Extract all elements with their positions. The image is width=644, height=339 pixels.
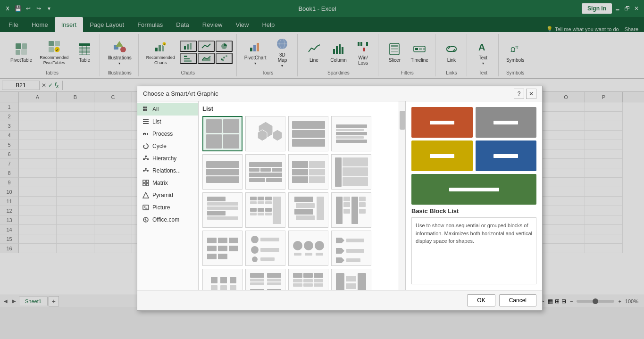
chart-item-basic-block[interactable] — [202, 116, 243, 151]
svg-rect-163 — [250, 289, 264, 290]
chart-item-stacked-titles[interactable] — [245, 269, 285, 290]
sidebar-item-pyramid[interactable]: Pyramid — [137, 189, 198, 201]
preview-swatch-yellow[interactable] — [411, 141, 473, 171]
preview-bar-blue — [493, 154, 518, 158]
svg-rect-175 — [303, 290, 313, 290]
sidebar-item-office[interactable]: Office.com — [137, 214, 198, 226]
chart-item-trapezoid-list[interactable] — [288, 192, 328, 228]
svg-rect-151 — [211, 285, 217, 290]
sidebar-item-all[interactable]: All — [137, 103, 198, 116]
chart-item-arrow-list[interactable] — [331, 231, 371, 266]
chart-grid-row1 — [202, 116, 401, 151]
chart-item-lines-list[interactable] — [331, 116, 371, 151]
svg-rect-174 — [293, 290, 302, 290]
sidebar-item-matrix[interactable]: Matrix — [137, 177, 198, 189]
svg-rect-118 — [343, 209, 350, 214]
svg-rect-63 — [143, 109, 145, 111]
preview-swatch-orange[interactable] — [411, 107, 473, 138]
vertical-box-thumbnail — [335, 157, 368, 187]
svg-rect-157 — [250, 273, 264, 278]
svg-rect-176 — [314, 290, 323, 290]
svg-rect-65 — [143, 119, 149, 120]
row-list-1-thumbnail — [292, 119, 325, 149]
multi-col-thumbnail — [249, 196, 282, 225]
preview-swatch-gray[interactable] — [476, 107, 537, 138]
arrow-list-thumbnail — [335, 234, 368, 263]
svg-rect-171 — [293, 283, 302, 287]
svg-rect-164 — [267, 289, 281, 290]
sidebar-item-hierarchy[interactable]: Hierarchy — [137, 152, 198, 165]
svg-rect-120 — [359, 197, 366, 201]
svg-rect-127 — [218, 246, 227, 251]
svg-marker-147 — [336, 257, 344, 263]
chart-item-multi-col[interactable] — [245, 192, 285, 228]
svg-point-81 — [145, 168, 147, 170]
sidebar-process-label: Process — [152, 131, 173, 137]
ok-button[interactable]: OK — [467, 294, 495, 306]
svg-rect-129 — [229, 238, 238, 243]
svg-rect-126 — [218, 238, 227, 243]
chart-item-horizontal-circles[interactable] — [288, 231, 328, 266]
segmented-thumbnail — [249, 157, 282, 187]
hex-thumbnail — [249, 119, 282, 149]
chart-item-double-col[interactable] — [331, 192, 371, 228]
svg-rect-98 — [258, 197, 264, 200]
svg-point-80 — [147, 170, 149, 172]
preview-swatch-blue[interactable] — [476, 141, 537, 171]
sidebar-item-picture[interactable]: Picture — [137, 201, 198, 214]
sidebar-hierarchy-label: Hierarchy — [152, 155, 176, 162]
chart-grid-row5: + + — [202, 269, 401, 290]
dialog-help-button[interactable]: ? — [514, 89, 524, 99]
svg-rect-99 — [265, 197, 272, 200]
chart-item-horizontal-labeled[interactable] — [288, 154, 328, 190]
basic-block-thumbnail — [206, 119, 239, 149]
svg-rect-169 — [303, 279, 313, 282]
chart-item-row-list-1[interactable] — [288, 116, 328, 151]
svg-rect-70 — [147, 133, 148, 135]
svg-marker-88 — [143, 192, 149, 198]
svg-rect-167 — [314, 273, 323, 278]
chart-item-hex[interactable] — [245, 116, 285, 151]
sidebar-item-process[interactable]: Process — [137, 128, 198, 140]
chart-item-accordion-list[interactable] — [202, 154, 243, 190]
trapezoid-thumbnail — [292, 196, 325, 225]
svg-rect-153 — [230, 277, 236, 283]
dialog-close-button[interactable]: ✕ — [526, 89, 536, 99]
svg-rect-105 — [265, 208, 272, 212]
chart-item-plus-minus[interactable]: + + — [202, 269, 243, 290]
dialog-preview: Basic Block List Use to show non-sequent… — [405, 101, 542, 290]
svg-rect-179 — [346, 283, 356, 289]
center-scrollbar[interactable] — [399, 101, 405, 290]
center-scrollbar-thumb[interactable] — [400, 111, 405, 130]
chart-item-vertical-box[interactable] — [331, 154, 371, 190]
sidebar-item-cycle[interactable]: Cycle — [137, 140, 198, 152]
chart-item-circle-list[interactable] — [245, 231, 285, 266]
sidebar-office-label: Office.com — [152, 216, 179, 223]
svg-point-137 — [293, 241, 302, 250]
svg-rect-154 — [230, 285, 236, 290]
svg-rect-158 — [250, 279, 264, 281]
process-icon — [142, 130, 150, 138]
preview-swatch-green[interactable] — [411, 174, 536, 205]
chart-item-horizontal-bullets[interactable] — [202, 231, 243, 266]
cancel-button[interactable]: Cancel — [499, 294, 536, 306]
svg-rect-172 — [303, 283, 313, 287]
svg-rect-136 — [260, 257, 275, 261]
svg-rect-178 — [346, 276, 356, 281]
chart-item-grouped-list[interactable] — [288, 269, 328, 290]
svg-rect-117 — [343, 202, 350, 207]
sidebar-matrix-label: Matrix — [152, 180, 168, 186]
sidebar-item-list[interactable]: List — [137, 116, 198, 128]
svg-rect-123 — [207, 238, 217, 243]
svg-rect-101 — [258, 201, 264, 204]
sidebar-item-relations[interactable]: Relations... — [137, 165, 198, 177]
svg-rect-177 — [336, 273, 344, 290]
chart-item-stacked-list[interactable] — [202, 192, 243, 228]
chart-item-segmented[interactable] — [245, 154, 285, 190]
svg-rect-159 — [250, 282, 264, 285]
chart-item-vertical-curved[interactable] — [331, 269, 371, 290]
chart-grid-row2 — [202, 154, 401, 190]
svg-rect-132 — [260, 238, 279, 241]
svg-rect-109 — [273, 197, 281, 224]
sidebar-picture-label: Picture — [152, 204, 170, 211]
